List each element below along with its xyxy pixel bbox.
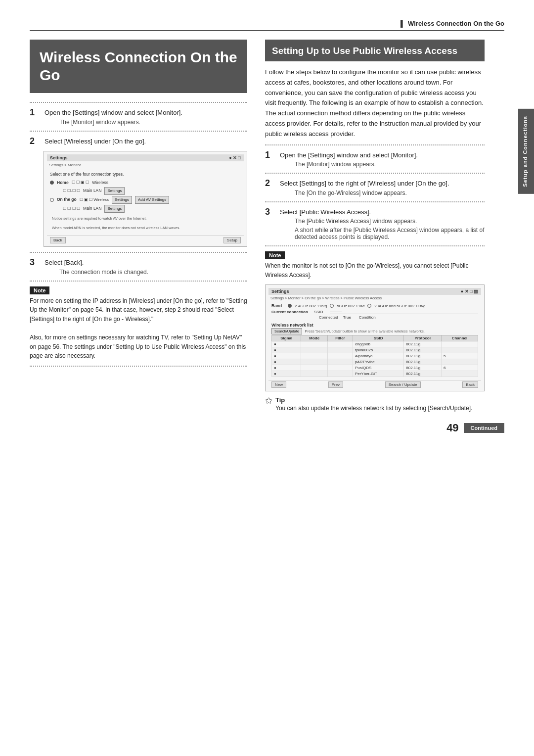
ps-table-row[interactable]: ●PusIQDS802.11g6 [272, 365, 478, 371]
ps-table-row[interactable]: ●tplink0025802.11g [272, 347, 478, 353]
step-1-sub: The [Monitor] window appears. [59, 119, 182, 126]
ss-home-lan-row: ☐ ☐-☐ ☐ Main LAN Settings [50, 187, 241, 195]
ss-notice-2: When model ARN is selected, the monitor … [50, 224, 241, 232]
ps-table-cell-1 [301, 347, 327, 353]
ps-table-row[interactable]: ●PerYber-GiT802.11g [272, 371, 478, 377]
settings-screenshot: Settings ● ✕ □ Settings > Monitor Select… [44, 151, 247, 247]
ps-connected-row: Connected True Condition [271, 315, 478, 320]
ps-table-cell-5 [441, 359, 478, 365]
ps-connection-label: Current connection [271, 310, 308, 314]
right-step-1-main: Open the [Settings] window and select [M… [280, 150, 418, 160]
ss-add-av-btn[interactable]: Add AV Settings [135, 196, 169, 204]
step-2-main: Select [Wireless] under [On the go]. [44, 137, 146, 146]
ps-table-cell-2 [327, 353, 353, 359]
tip-text: You can also update the wireless network… [275, 404, 472, 413]
tip-section: ✩ Tip You can also update the wireless n… [265, 396, 485, 413]
ps-connected-label: Connected [319, 315, 338, 320]
ps-table-header-row: Signal Mode Filter SSID Protocol Channel [272, 335, 478, 341]
ps-table-cell-5: 6 [441, 365, 478, 371]
ps-list-label: Wireless network list [271, 323, 478, 328]
ps-table-cell-4: 802.11g [404, 371, 442, 377]
ps-network-table: Signal Mode Filter SSID Protocol Channel… [271, 335, 478, 377]
ss-main-lan-1: Main LAN [83, 188, 101, 194]
ps-table-cell-1 [301, 371, 327, 377]
ps-table-cell-5 [441, 341, 478, 347]
ss-settings-btn-2[interactable]: Settings [112, 196, 132, 204]
ps-table-cell-4: 802.11g [404, 347, 442, 353]
ps-col-signal: Signal [272, 335, 301, 341]
top-bar: Wireless Connection On the Go [30, 20, 504, 31]
right-step-number-2: 2 [265, 179, 276, 189]
ps-band-section: Band 2.4GHz 802.11b/g 5GHz 802.11a/f 2.4… [268, 302, 481, 322]
right-divider-1 [265, 144, 485, 145]
ps-search-notice: Press 'Search/Update' button to show all… [305, 329, 425, 333]
ss-settings-btn-3[interactable]: Settings [104, 205, 125, 213]
right-step-3-main: Select [Public Wireless Access]. [280, 207, 485, 217]
page-num-row: 49 Continued [30, 422, 504, 434]
ps-col-channel: Channel [441, 335, 478, 341]
chapter-title: Wireless Connection On the Go [30, 40, 247, 93]
right-step-2: 2 Select [Settings] to the right of [Wir… [265, 179, 485, 196]
ss-icons-2: ☐ ☐-☐ ☐ [63, 188, 80, 194]
ps-prev-btn[interactable]: Prev [328, 381, 343, 388]
divider-5 [30, 366, 247, 367]
ps-table-cell-0: ● [272, 371, 301, 377]
ps-table-cell-2 [327, 365, 353, 371]
ss-onthego-label: On the go [57, 196, 77, 203]
divider-4 [30, 281, 247, 282]
ps-breadcrumb: Settings > Monitor > On the go > Wireles… [268, 296, 481, 300]
ss-back-btn[interactable]: Back [50, 237, 66, 243]
left-step-1: 1 Open the [Settings] window and select … [30, 108, 247, 126]
right-divider-3 [265, 201, 485, 202]
ss-setup-btn[interactable]: Setup [223, 237, 241, 243]
ps-table-cell-1 [301, 341, 327, 347]
tip-content: Tip You can also update the wireless net… [275, 396, 472, 413]
tip-icon: ✩ [265, 395, 272, 406]
ss-notice-1: Notice settings are required to watch AV… [50, 215, 241, 222]
ss-wireless-label-1: ☐ ☐ ▣ ☐ [72, 180, 89, 186]
ps-search-btn[interactable]: Search/Update [271, 328, 302, 334]
ss-icons-3: ☐ ▣ ☐ Wireless [80, 197, 109, 203]
ps-controls: ● ✕ □ ▥ [461, 289, 478, 294]
step-number-3: 3 [30, 258, 41, 268]
left-note-label: Note [30, 286, 49, 294]
ps-table-cell-3: pARTYvibe [353, 359, 403, 365]
ps-table-cell-3: enggoob [353, 341, 403, 347]
right-step-number-1: 1 [265, 150, 276, 160]
right-intro-text: Follow the steps below to configure the … [265, 67, 485, 140]
right-step-number-3: 3 [265, 207, 276, 217]
ps-table-cell-0: ● [272, 365, 301, 371]
right-note-text: When the monitor is not set to [On the g… [265, 261, 485, 280]
ps-new-btn[interactable]: New [271, 381, 286, 388]
right-step-3-sub2: A short while after the [Public Wireless… [295, 227, 485, 240]
ps-50ghz: 5GHz 802.11a/f [337, 304, 364, 308]
right-note-label: Note [265, 251, 285, 259]
right-column: Setting Up to Use Public Wireless Access… [265, 40, 504, 413]
ps-title-bar: Settings ● ✕ □ ▥ [268, 288, 481, 295]
ps-table-cell-0: ● [272, 353, 301, 359]
ps-table-cell-2 [327, 359, 353, 365]
ps-table-cell-1 [301, 365, 327, 371]
ps-table-cell-0: ● [272, 347, 301, 353]
ps-col-ssid: SSID [353, 335, 403, 341]
ps-col-protocol: Protocol [404, 335, 442, 341]
ps-search-update-btn[interactable]: Search / Update [385, 381, 421, 388]
ps-wireless-list-section: Wireless network list Search/Update Pres… [268, 322, 481, 378]
ss-settings-btn-1[interactable]: Settings [104, 187, 125, 195]
left-column: Wireless Connection On the Go 1 Open the… [30, 40, 247, 413]
ps-table-row[interactable]: ●Alpamayo802.11g5 [272, 353, 478, 359]
side-tab: Setup and Connections [518, 109, 534, 194]
ps-band-label: Band [271, 303, 282, 308]
ss-radio-home [50, 181, 54, 185]
ss-onthego-lan-row: ☐ ☐-☐ ☐ Main LAN Settings [50, 205, 241, 213]
right-section-title: Setting Up to Use Public Wireless Access [265, 40, 485, 61]
ss-home-row: Home ☐ ☐ ▣ ☐ Wireless [50, 180, 241, 186]
ps-table-row[interactable]: ●enggoob802.11g [272, 341, 478, 347]
left-step-3: 3 Select [Back]. The connection mode is … [30, 258, 247, 276]
ps-table-row[interactable]: ●pARTYvibe802.11g [272, 359, 478, 365]
ps-back-btn[interactable]: Back [462, 381, 478, 388]
right-step-3: 3 Select [Public Wireless Access]. The [… [265, 207, 485, 241]
right-step-2-sub: The [On the go-Wireless] window appears. [295, 189, 449, 196]
ps-table-cell-0: ● [272, 359, 301, 365]
ss-footer: Back Setup [47, 236, 244, 243]
